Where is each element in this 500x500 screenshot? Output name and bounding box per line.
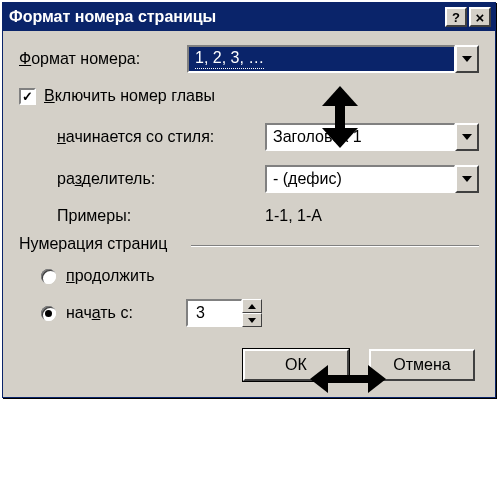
separator-row: разделитель: - (дефис): [19, 165, 479, 193]
titlebar: Формат номера страницы ? ×: [3, 3, 495, 31]
starts-with-style-button[interactable]: [455, 123, 479, 151]
spinner-up-button[interactable]: [242, 299, 262, 313]
format-label: Формат номера:: [19, 50, 187, 68]
include-chapter-checkbox[interactable]: ✓: [19, 88, 36, 105]
button-row: ОК Отмена: [19, 349, 479, 381]
help-icon: ?: [452, 10, 460, 25]
include-chapter-row[interactable]: ✓ Включить номер главы: [19, 87, 479, 105]
annotation-arrow-horizontal: [310, 365, 386, 393]
format-select-button[interactable]: [455, 45, 479, 73]
checkmark-icon: ✓: [22, 90, 33, 103]
start-at-radio-row[interactable]: начать с: 3: [41, 299, 479, 327]
examples-value: 1-1, 1-A: [265, 207, 322, 225]
format-select[interactable]: 1, 2, 3, …: [187, 45, 479, 73]
continue-label: продолжить: [66, 267, 155, 285]
chevron-down-icon: [462, 176, 472, 182]
examples-row: Примеры: 1-1, 1-A: [19, 207, 479, 225]
close-button[interactable]: ×: [469, 7, 491, 27]
separator-button[interactable]: [455, 165, 479, 193]
spinner-down-button[interactable]: [242, 313, 262, 327]
start-at-label: начать с:: [66, 304, 186, 322]
format-row: Формат номера: 1, 2, 3, …: [19, 45, 479, 73]
separator-select[interactable]: - (дефис): [265, 165, 479, 193]
starts-with-style-value: Заголовок 1: [265, 123, 455, 151]
start-at-radio[interactable]: [41, 306, 56, 321]
titlebar-title: Формат номера страницы: [9, 8, 443, 26]
continue-radio-row[interactable]: продолжить: [41, 267, 479, 285]
close-icon: ×: [476, 9, 485, 26]
help-button[interactable]: ?: [445, 7, 467, 27]
chevron-down-icon: [462, 134, 472, 140]
starts-with-style-label: начинается со стиля:: [57, 128, 265, 146]
separator-label: разделитель:: [57, 170, 265, 188]
annotation-arrow-vertical: [322, 86, 358, 148]
format-select-value: 1, 2, 3, …: [187, 45, 455, 73]
examples-label: Примеры:: [57, 207, 265, 225]
starts-with-style-select[interactable]: Заголовок 1: [265, 123, 479, 151]
include-chapter-label: Включить номер главы: [44, 87, 215, 105]
triangle-down-icon: [248, 318, 256, 323]
continue-radio[interactable]: [41, 269, 56, 284]
numbering-fieldset: Нумерация страниц продолжить начать с: 3: [19, 235, 479, 327]
dialog-page-number-format: Формат номера страницы ? × Формат номера…: [2, 2, 496, 398]
start-at-value[interactable]: 3: [186, 299, 242, 327]
chevron-down-icon: [462, 56, 472, 62]
starts-with-style-row: начинается со стиля: Заголовок 1: [19, 123, 479, 151]
dialog-body: Формат номера: 1, 2, 3, … ✓ Включить ном…: [3, 31, 495, 397]
separator-value: - (дефис): [265, 165, 455, 193]
triangle-up-icon: [248, 304, 256, 309]
numbering-legend: Нумерация страниц: [19, 235, 173, 253]
start-at-spinner[interactable]: 3: [186, 299, 262, 327]
